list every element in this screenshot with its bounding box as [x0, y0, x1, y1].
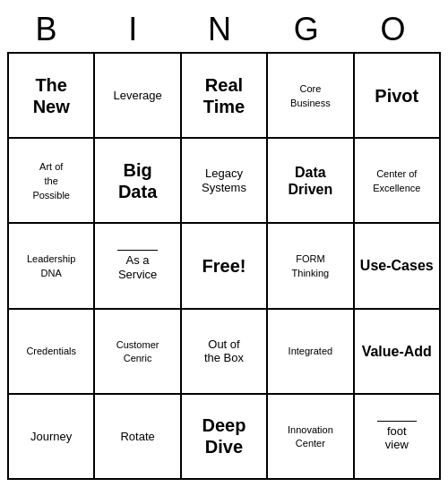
cell-text-r3-c3: Integrated: [289, 346, 333, 356]
cell-r4-c2: DeepDive: [181, 394, 267, 479]
cell-text-r1-c0: Art ofthePossible: [32, 161, 70, 200]
cell-r3-c2: Out ofthe Box: [181, 309, 267, 394]
cell-r3-c4: Value-Add: [354, 309, 440, 394]
cell-r2-c1: As aService: [94, 223, 180, 308]
bingo-title: B I N G O: [7, 7, 441, 52]
cell-text-r4-c0: Journey: [30, 430, 72, 443]
letter-g: G: [267, 11, 354, 48]
cell-text-r1-c1: BigData: [118, 160, 157, 201]
cell-text-r2-c1: As aService: [118, 253, 157, 281]
letter-n: N: [181, 11, 268, 48]
cell-r4-c3: InnovationCenter: [267, 394, 353, 479]
cell-text-r4-c1: Rotate: [120, 430, 154, 443]
cell-r1-c0: Art ofthePossible: [8, 138, 94, 223]
cell-text-r2-c0: LeadershipDNA: [27, 253, 75, 278]
bingo-grid: TheNewLeverageRealTimeCoreBusinessPivotA…: [7, 52, 441, 480]
cell-text-r1-c2: LegacySystems: [202, 167, 246, 194]
cell-r1-c3: DataDriven: [267, 138, 353, 223]
cell-r2-c2: Free!: [181, 223, 267, 308]
cell-text-r0-c2: RealTime: [203, 75, 245, 116]
cell-text-r3-c1: CustomerCenric: [116, 339, 159, 364]
cell-text-r1-c4: Center ofExcellence: [373, 168, 420, 193]
cell-r0-c3: CoreBusiness: [267, 53, 353, 138]
letter-b: B: [7, 11, 94, 48]
cell-text-r2-c4: Use-Cases: [360, 258, 434, 273]
cell-r3-c3: Integrated: [267, 309, 353, 394]
cell-text-r0-c0: TheNew: [33, 75, 70, 116]
cell-r4-c1: Rotate: [94, 394, 180, 479]
cell-r0-c1: Leverage: [94, 53, 180, 138]
cell-r0-c2: RealTime: [181, 53, 267, 138]
cell-r2-c4: Use-Cases: [354, 223, 440, 308]
cell-text-r3-c0: Credentials: [26, 346, 76, 356]
cell-r4-c0: Journey: [8, 394, 94, 479]
letter-i: I: [94, 11, 181, 48]
cell-r0-c4: Pivot: [354, 53, 440, 138]
cell-r1-c1: BigData: [94, 138, 180, 223]
cell-r2-c0: LeadershipDNA: [8, 223, 94, 308]
cell-r0-c0: TheNew: [8, 53, 94, 138]
cell-text-r4-c4: footview: [385, 424, 409, 452]
cell-text-r0-c1: Leverage: [113, 89, 161, 102]
cell-r3-c0: Credentials: [8, 309, 94, 394]
cell-r1-c4: Center ofExcellence: [354, 138, 440, 223]
cell-r2-c3: FORMThinking: [267, 223, 353, 308]
cell-text-r3-c4: Value-Add: [362, 344, 432, 359]
cell-text-r4-c2: DeepDive: [202, 415, 246, 457]
cell-text-r2-c3: FORMThinking: [292, 253, 330, 278]
cell-text-r4-c3: InnovationCenter: [288, 424, 333, 449]
cell-text-r2-c2: Free!: [202, 256, 246, 276]
cell-r1-c2: LegacySystems: [181, 138, 267, 223]
cell-text-r3-c2: Out ofthe Box: [204, 337, 244, 365]
cell-text-r1-c3: DataDriven: [288, 165, 332, 197]
cell-text-r0-c3: CoreBusiness: [290, 83, 331, 108]
letter-o: O: [354, 11, 441, 48]
cell-r3-c1: CustomerCenric: [94, 309, 180, 394]
cell-text-r0-c4: Pivot: [375, 86, 418, 106]
cell-r4-c4: footview: [354, 394, 440, 479]
